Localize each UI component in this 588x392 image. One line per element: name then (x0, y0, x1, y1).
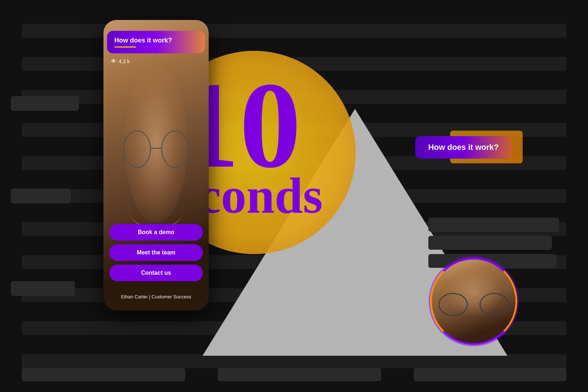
left-bars-container (0, 0, 102, 392)
bottom-bar-right (414, 368, 566, 381)
eye-icon: 👁 (111, 58, 117, 65)
glasses-bridge (151, 148, 161, 149)
view-count: 👁 4.2 k (111, 58, 130, 65)
avatar-circle (430, 258, 517, 345)
glasses-left (123, 130, 151, 168)
bottom-bars-container (22, 368, 566, 381)
person-label: Ethan Carter | Customer Success (103, 294, 209, 299)
left-bar-1 (11, 96, 79, 111)
phone-buttons-container: Book a demo Meet the team Contact us (109, 224, 203, 281)
left-bar-2 (11, 189, 71, 203)
right-bar-1 (428, 218, 559, 232)
left-bar-3 (11, 281, 75, 296)
meet-team-button[interactable]: Meet the team (109, 244, 203, 261)
book-demo-button[interactable]: Book a demo (109, 224, 203, 241)
avatar-face (432, 260, 515, 343)
avatar-glasses-left (438, 293, 468, 316)
view-count-value: 4.2 k (119, 58, 130, 64)
bottom-bar-left (22, 368, 185, 381)
phone-header-accent-bar (114, 46, 136, 48)
phone-header-title: How does it work? (114, 37, 198, 44)
glasses-right (161, 130, 189, 168)
glasses (119, 130, 193, 188)
avatar-glasses-right (479, 293, 509, 316)
phone-inner: How does it work? 👁 4.2 k Book a demo Me… (103, 20, 209, 310)
right-bar-2 (428, 236, 552, 250)
how-does-it-work-pill[interactable]: How does it work? (415, 136, 512, 159)
phone-mockup: How does it work? 👁 4.2 k Book a demo Me… (103, 20, 209, 310)
stripe-11 (22, 354, 566, 368)
contact-us-button[interactable]: Contact us (109, 265, 203, 281)
bottom-bar-center (218, 368, 381, 381)
phone-header-card: How does it work? (107, 31, 205, 53)
